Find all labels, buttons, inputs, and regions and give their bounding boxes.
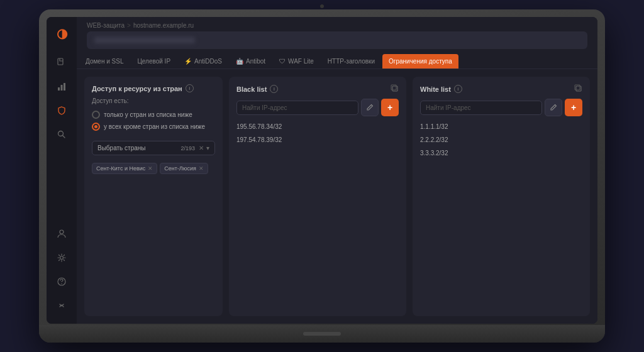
sidebar-item-files[interactable]: [51, 52, 72, 74]
blacklist-info-icon[interactable]: i: [270, 85, 278, 93]
blacklist-ip-1: 197.54.78.39/32: [236, 135, 399, 145]
laptop-chin: [39, 325, 605, 343]
nav-tabs: Домен и SSL Целевой IP ⚡ AntiDDoS 🤖 Anti…: [77, 54, 597, 69]
main-content: WEB-защита > hostname.example.ru Домен и…: [77, 17, 597, 324]
svg-rect-3: [64, 83, 65, 91]
tag-saint-lucia: Сент-Люсия ✕: [160, 163, 208, 174]
svg-point-8: [61, 283, 62, 284]
sidebar-item-help[interactable]: [51, 271, 72, 292]
blacklist-card-title: Black list i: [236, 84, 399, 94]
sidebar-item-expand[interactable]: [51, 295, 72, 316]
whitelist-edit-button[interactable]: [545, 99, 562, 116]
whitelist-info-icon[interactable]: i: [454, 85, 462, 93]
sidebar-logo: ◑: [53, 25, 70, 42]
whitelist-search-input[interactable]: [420, 101, 542, 115]
tab-http-headers[interactable]: HTTP-заголовки: [321, 54, 381, 69]
page-title-blurred: [94, 37, 195, 43]
access-label: Доступ есть:: [92, 97, 215, 104]
sidebar-item-chart[interactable]: [51, 76, 72, 97]
tab-domain[interactable]: Домен и SSL: [79, 54, 130, 69]
radio-except-circle: [92, 123, 100, 131]
svg-rect-11: [576, 86, 581, 91]
radio-group: только у стран из списка ниже у всех кро…: [92, 111, 215, 131]
svg-rect-1: [58, 87, 60, 91]
radio-only-circle: [92, 111, 100, 119]
whitelist-copy-icon[interactable]: [574, 84, 582, 94]
tab-target-ip[interactable]: Целевой IP: [131, 54, 177, 69]
svg-rect-2: [61, 85, 63, 91]
tab-waf[interactable]: 🛡 WAF Lite: [273, 54, 320, 69]
laptop-screen: ◑: [47, 17, 597, 324]
sidebar-item-user[interactable]: [51, 223, 72, 245]
tag-saint-kitts-remove[interactable]: ✕: [148, 165, 153, 172]
access-info-icon[interactable]: i: [186, 84, 194, 92]
country-select-clear[interactable]: ✕: [199, 145, 204, 151]
tab-access-restrictions[interactable]: Ограничения доступа: [382, 54, 458, 69]
whitelist-card: White list i: [413, 77, 590, 316]
sidebar-bottom: [51, 223, 72, 316]
blacklist-ip-list: 195.56.78.34/32 197.54.78.39/32: [236, 121, 399, 145]
page-title-bar: [87, 31, 587, 49]
svg-point-6: [60, 256, 64, 260]
laptop-outer: ◑: [39, 9, 605, 343]
content-area: Доступ к ресурсу из стран i Доступ есть:…: [77, 69, 597, 324]
radio-only[interactable]: только у стран из списка ниже: [92, 111, 215, 119]
whitelist-add-button[interactable]: +: [565, 99, 582, 116]
camera-dot: [320, 4, 324, 8]
tag-saint-lucia-remove[interactable]: ✕: [199, 165, 204, 172]
blacklist-ip-0: 195.56.78.34/32: [236, 121, 399, 132]
blacklist-add-button[interactable]: +: [381, 99, 399, 116]
country-select-chevron: ▾: [206, 145, 209, 151]
access-card-title: Доступ к ресурсу из стран i: [92, 84, 215, 92]
breadcrumb: WEB-защита > hostname.example.ru: [87, 22, 587, 29]
sidebar-item-settings[interactable]: [51, 247, 72, 268]
sidebar-item-shield[interactable]: [51, 100, 72, 121]
blacklist-search-input[interactable]: [236, 101, 358, 115]
svg-rect-12: [575, 85, 580, 90]
svg-rect-9: [392, 86, 397, 91]
whitelist-ip-list: 1.1.1.1/32 2.2.2.2/32 3.3.3.2/32: [420, 121, 582, 158]
blacklist-copy-icon[interactable]: [391, 84, 399, 94]
blacklist-edit-button[interactable]: [361, 99, 379, 116]
country-select[interactable]: Выбрать страны 2/193 ✕ ▾: [92, 141, 215, 155]
blacklist-card: Black list i: [229, 77, 406, 316]
whitelist-card-title: White list i: [420, 84, 582, 94]
sidebar: ◑: [47, 17, 77, 324]
tab-antibot[interactable]: 🤖 Antibot: [230, 54, 272, 69]
sidebar-item-search[interactable]: [51, 124, 72, 145]
tags-row: Сент-Китс и Невис ✕ Сент-Люсия ✕: [92, 163, 215, 174]
whitelist-ip-2: 3.3.3.2/32: [420, 148, 582, 158]
blacklist-search-row: +: [236, 99, 399, 116]
tab-antiddos[interactable]: ⚡ AntiDDoS: [178, 54, 228, 69]
svg-rect-10: [391, 85, 396, 90]
whitelist-search-row: +: [420, 99, 582, 116]
whitelist-ip-0: 1.1.1.1/32: [420, 121, 582, 132]
laptop-chin-notch: [303, 332, 341, 336]
tag-saint-kitts: Сент-Китс и Невис ✕: [92, 163, 157, 174]
svg-point-5: [60, 230, 64, 234]
radio-except[interactable]: у всех кроме стран из списка ниже: [92, 123, 215, 131]
svg-rect-0: [58, 58, 63, 65]
access-card: Доступ к ресурсу из стран i Доступ есть:…: [84, 77, 223, 316]
whitelist-ip-1: 2.2.2.2/32: [420, 135, 582, 145]
header: WEB-защита > hostname.example.ru: [77, 17, 597, 54]
